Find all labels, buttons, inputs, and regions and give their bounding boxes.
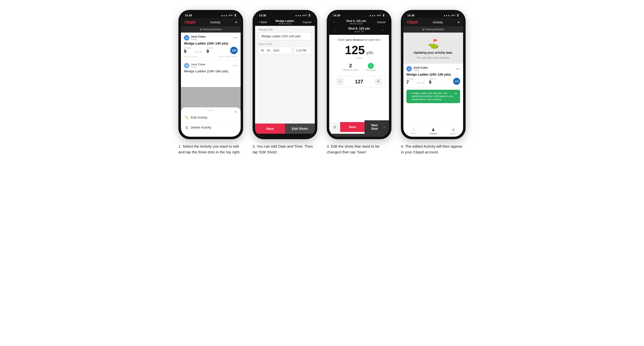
increment-btn[interactable]: +: [375, 78, 382, 85]
menu-icon-1[interactable]: ≡: [235, 20, 237, 24]
practice-title-input-2[interactable]: Wedge Ladder (100–140 yds): [258, 32, 311, 40]
clippd-logo-4: clippd: [407, 20, 418, 24]
bottom-sheet-1: ✕ ✏️ Edit Activity 🗑️ Delete Activity: [181, 107, 241, 137]
sheet-divider: [185, 122, 237, 123]
status-icons-2: ▲▲▲ WiFi 🔋: [295, 14, 311, 17]
toast-close-btn-4[interactable]: ✕: [455, 92, 457, 96]
capture-label-4: Capture: [450, 133, 456, 135]
card-footer-1: Test Information Data: Clippd Capture: [184, 55, 238, 58]
nav-home-4[interactable]: ⌂ Home: [403, 126, 423, 137]
activities-icon-4: ♟: [432, 127, 435, 132]
user-name-1: Josh Coles: [191, 35, 206, 38]
card-header-4: JC Josh Coles Today •••: [406, 66, 460, 72]
edit-shots-btn-2[interactable]: Edit Shots: [285, 124, 315, 134]
back-btn-2[interactable]: < Back: [258, 21, 267, 24]
caption-4: 4. The edited Activity will then appear …: [401, 144, 466, 155]
dots-menu-1[interactable]: •••: [233, 36, 238, 40]
day-value-2: 06: [261, 49, 264, 52]
cancel-btn-2[interactable]: Cancel: [303, 21, 311, 24]
viewing-bar-1: ⊞ Viewing Activities: [181, 26, 241, 32]
user-info-2: JC Josh Coles Today: [184, 63, 206, 68]
wifi-icon-3: WiFi: [377, 14, 381, 17]
nav-activities-4[interactable]: ♟ Activities: [423, 126, 443, 137]
target-label-3: Target: [356, 57, 362, 59]
status-time-1: 14:38: [185, 14, 192, 17]
card-stats-1: Score 9 OUT OF Shots 9 130: [184, 47, 238, 54]
shot-info-center: Shot 6, 125 yds Score 7/9: [348, 27, 370, 33]
card-header-1: JC Josh Coles Today •••: [184, 35, 238, 40]
signal-icon-4: ▲▲▲: [443, 14, 450, 17]
activity-card-4[interactable]: JC Josh Coles Today ••• Wedge Ladder (10…: [403, 64, 463, 88]
spacer-4: [403, 105, 463, 126]
clippd-logo-1: clippd: [184, 20, 195, 24]
sheet-close-btn[interactable]: ✕: [234, 110, 237, 114]
golf-icon-4: ⛳: [428, 38, 439, 49]
user-details-2: Josh Coles Today: [191, 63, 206, 68]
status-time-3: 14:39: [333, 14, 340, 17]
battery-icon-4: 🔋: [456, 14, 459, 17]
status-icons-3: ▲▲▲ WiFi 🔋: [369, 14, 385, 17]
phone-2-screen: 14:38 ▲▲▲ WiFi 🔋 < Back Wedge Ladder 06 …: [255, 12, 315, 137]
phone-1-screen: 14:38 ▲▲▲ WiFi 🔋 clippd Activity ≡ ⊞ Vie…: [181, 12, 241, 137]
next-shot-btn[interactable]: Next Shot →: [364, 120, 389, 134]
shot-quality-badge-4: 118: [453, 78, 460, 85]
status-bar-4: 14:38 ▲▲▲ WiFi 🔋: [403, 12, 463, 18]
footer-info-1: Test Information: [184, 55, 198, 58]
menu-icon-4[interactable]: ≡: [458, 20, 460, 24]
user-info-1: JC Josh Coles Today: [184, 35, 206, 40]
wifi-icon-4: WiFi: [451, 14, 456, 17]
dots-menu-4[interactable]: •••: [456, 67, 460, 71]
shots-group-1: Shots 9: [206, 47, 214, 54]
dots-menu-2[interactable]: •••: [233, 64, 238, 68]
user-date-4: Today: [413, 69, 428, 72]
practice-title-label-2: Practice Title: [258, 28, 311, 31]
score-value-1: 9: [184, 49, 191, 54]
phones-row: 14:38 ▲▲▲ WiFi 🔋 clippd Activity ≡ ⊞ Vie…: [177, 10, 467, 155]
delete-shot-btn[interactable]: 🗑: [329, 122, 340, 132]
distance-display-3: 125 yds: [345, 44, 373, 56]
activity-card-2[interactable]: JC Josh Coles Today ••• Wedge Ladder (10…: [181, 60, 241, 77]
shots-value-1: 9: [206, 49, 214, 54]
success-toast-4: ✓ "Wedge Ladder (100–140 yds)" was updat…: [406, 90, 460, 103]
delete-activity-item[interactable]: 🗑️ Delete Activity: [185, 123, 237, 132]
difference-metric: 2 Difference (yds): [343, 63, 358, 71]
edit-activity-item[interactable]: ✏️ Edit Activity: [185, 113, 237, 122]
next-shot-label: Next Shot: [368, 124, 381, 131]
card-stats-4: Score 7 OUT OF Shots 9 118: [406, 78, 460, 85]
home-icon-4: ⌂: [412, 127, 414, 132]
user-details-4: Josh Coles Today: [413, 66, 428, 72]
distance-number-3: 125: [345, 44, 365, 56]
score-group-4: Score 7: [406, 78, 413, 85]
card-title-1: Wedge Ladder (100–140 yds): [184, 41, 238, 45]
next-shot-nav-btn[interactable]: →: [380, 27, 385, 33]
avatar-2: JC: [184, 63, 189, 68]
time-field-2[interactable]: 1:13 PM: [294, 47, 311, 54]
date-field-2[interactable]: 06 / 03 / 2023: [258, 47, 292, 54]
user-details-1: Josh Coles Today: [191, 35, 206, 40]
next-shot-arrow-icon: →: [383, 125, 386, 129]
input-value-display[interactable]: 127: [346, 79, 372, 85]
activity-card-1[interactable]: JC Josh Coles Today ••• Wedge Ladder (10…: [181, 32, 241, 60]
phone-3-screen: 14:39 ▲▲▲ WiFi 🔋 ← Shot 6, 125 yds 06 Ma…: [329, 12, 389, 137]
phone-4-screen: 14:38 ▲▲▲ WiFi 🔋 clippd Activity ≡ ⊞ Vie…: [403, 12, 463, 137]
status-time-2: 14:38: [259, 14, 266, 17]
card-title-4: Wedge Ladder (100–140 yds): [406, 73, 460, 76]
user-name-2: Josh Coles: [191, 63, 206, 66]
cancel-btn-3[interactable]: Cancel: [377, 21, 386, 24]
decrement-btn[interactable]: −: [336, 78, 344, 85]
caption-2: 2. You can edit Date and Time. Then tap …: [252, 144, 317, 155]
user-info-4: JC Josh Coles Today: [406, 66, 428, 72]
save-shot-btn[interactable]: Save: [340, 122, 364, 132]
nav-capture-4[interactable]: ⊕ Capture: [443, 126, 463, 137]
phone-column-4: 14:38 ▲▲▲ WiFi 🔋 clippd Activity ≡ ⊞ Vie…: [400, 10, 467, 155]
delete-activity-label: Delete Activity: [191, 126, 211, 129]
back-btn-3[interactable]: ←: [333, 21, 336, 24]
activities-label-4: Activities: [429, 133, 437, 135]
prev-shot-btn[interactable]: ←: [333, 27, 338, 33]
bottom-buttons-2: Save Edit Shots: [255, 124, 315, 134]
outof-label-1: OUT OF: [195, 51, 202, 53]
caption-3: 3. Edit the shots that need to be change…: [327, 144, 392, 155]
save-btn-2[interactable]: Save: [255, 124, 285, 134]
header-title-3: Shot 6, 125 yds: [346, 19, 366, 22]
carry-bold: carry distance: [345, 38, 364, 41]
